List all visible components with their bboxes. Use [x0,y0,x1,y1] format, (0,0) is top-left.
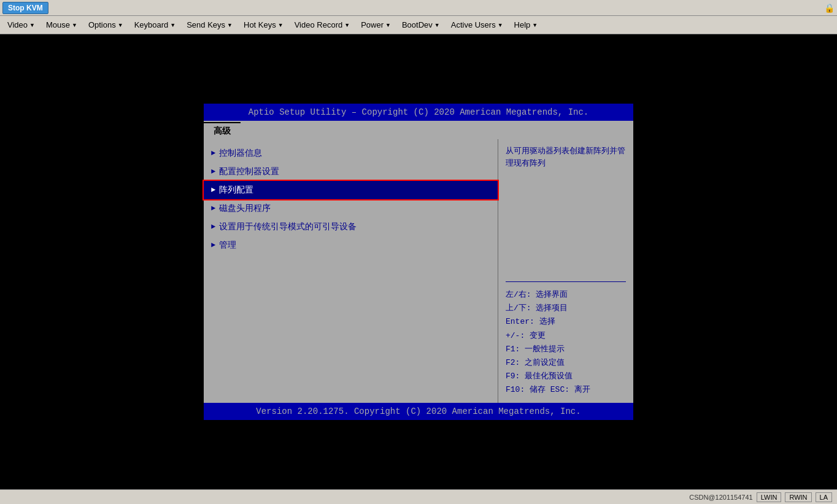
menu-hot-keys[interactable]: Hot Keys ▼ [239,18,288,32]
chevron-down-icon: ▼ [498,22,503,28]
arrow-icon: ► [211,186,215,194]
csdn-text: CSDN@1201154741 [689,494,753,501]
bios-menu-item-boot-device[interactable]: ► 设置用于传统引导模式的可引导设备 [204,218,498,236]
bios-menu: ► 控制器信息 ► 配置控制器设置 ► 阵列配置 ► 磁盘头用程序 ► 设置 [204,139,498,403]
bios-menu-item-disk-util[interactable]: ► 磁盘头用程序 [204,199,498,218]
status-bar: CSDN@1201154741 LWIN RWIN LA [0,489,837,504]
menu-options[interactable]: Options ▼ [83,18,128,32]
menu-help[interactable]: Help ▼ [509,18,543,32]
bios-menu-item-array-config[interactable]: ► 阵列配置 [204,181,498,199]
menu-bar: Video ▼ Mouse ▼ Options ▼ Keyboard ▼ Sen… [0,16,837,34]
arrow-icon: ► [211,241,215,250]
bios-info-text: 从可用驱动器列表创建新阵列并管理现有阵列 [506,145,626,169]
la-button[interactable]: LA [816,492,832,502]
rwin-button[interactable]: RWIN [785,492,811,502]
bios-screen: Aptio Setup Utility – Copyright (C) 2020… [204,104,633,420]
chevron-down-icon: ▼ [532,22,538,28]
top-bar-icons: 🔒 [824,3,835,13]
chevron-down-icon: ▼ [385,22,391,28]
stop-kvm-button[interactable]: Stop KVM [2,2,48,14]
top-bar: Stop KVM 🔒 [0,0,837,16]
bios-title: Aptio Setup Utility – Copyright (C) 2020… [204,104,633,121]
bios-tabs: 高级 [204,121,633,139]
bios-menu-item-controller-info[interactable]: ► 控制器信息 [204,144,498,162]
bios-divider [506,281,626,282]
bios-menu-item-management[interactable]: ► 管理 [204,236,498,254]
lwin-button[interactable]: LWIN [757,492,782,502]
arrow-icon: ► [211,223,215,231]
chevron-down-icon: ▼ [170,22,176,28]
arrow-icon: ► [211,167,215,176]
bios-tab-advanced[interactable]: 高级 [204,122,241,139]
bios-menu-item-controller-settings[interactable]: ► 配置控制器设置 [204,162,498,181]
menu-mouse[interactable]: Mouse ▼ [41,18,82,32]
chevron-down-icon: ▼ [278,22,284,28]
bios-version: Version 2.20.1275. Copyright (C) 2020 Am… [204,403,633,420]
bios-body: ► 控制器信息 ► 配置控制器设置 ► 阵列配置 ► 磁盘头用程序 ► 设置 [204,139,633,403]
lock-icon: 🔒 [824,3,835,13]
chevron-down-icon: ▼ [72,22,77,28]
chevron-down-icon: ▼ [344,22,350,28]
bios-info-panel: 从可用驱动器列表创建新阵列并管理现有阵列 左/右: 选择界面 上/下: 选择项目… [498,139,633,403]
menu-video[interactable]: Video ▼ [2,18,40,32]
chevron-down-icon: ▼ [118,22,123,28]
menu-bootdev[interactable]: BootDev ▼ [397,18,445,32]
chevron-down-icon: ▼ [227,22,233,28]
menu-active-users[interactable]: Active Users ▼ [446,18,508,32]
bios-help-text: 左/右: 选择界面 上/下: 选择项目 Enter: 选择 +/-: 变更 F1… [506,288,626,397]
arrow-icon: ► [211,149,215,158]
menu-video-record[interactable]: Video Record ▼ [290,18,355,32]
arrow-icon: ► [211,204,215,213]
menu-power[interactable]: Power ▼ [356,18,396,32]
main-content: Aptio Setup Utility – Copyright (C) 2020… [0,34,837,489]
chevron-down-icon: ▼ [29,22,35,28]
chevron-down-icon: ▼ [434,22,440,28]
menu-send-keys[interactable]: Send Keys ▼ [182,18,237,32]
menu-keyboard[interactable]: Keyboard ▼ [129,18,181,32]
